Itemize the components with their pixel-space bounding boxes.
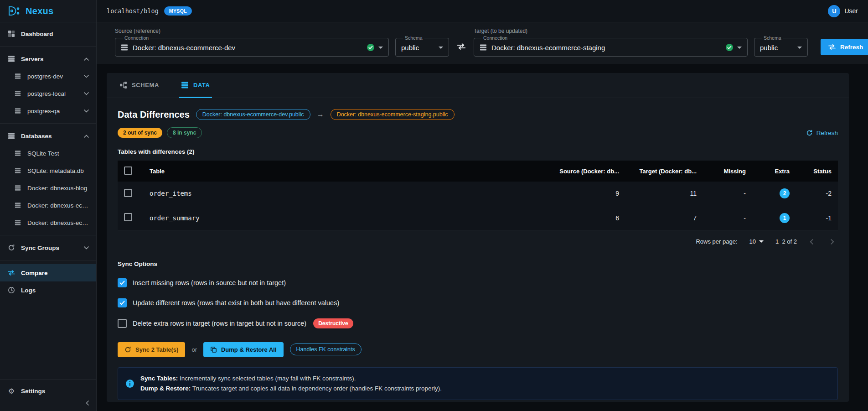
tab-label: SCHEMA <box>132 82 159 88</box>
database-icon <box>14 219 22 226</box>
sidebar-item-label: postgres-qa <box>27 108 78 114</box>
chevron-up-icon <box>84 135 89 138</box>
table-name-cell: order_items <box>143 182 548 206</box>
sidebar-item-postgres-qa[interactable]: postgres-qa <box>0 102 96 120</box>
avatar[interactable]: U <box>828 5 840 17</box>
compare-icon <box>7 270 16 276</box>
dropdown-caret-icon <box>759 240 764 243</box>
source-count-cell: 6 <box>548 206 625 230</box>
collapse-sidebar-button[interactable] <box>85 401 90 405</box>
data-table-icon <box>181 81 189 89</box>
sync-icon <box>124 346 131 353</box>
sidebar-item-servers[interactable]: Servers <box>0 50 96 68</box>
select-all-checkbox[interactable] <box>124 166 132 175</box>
app-name: Nexus <box>26 6 54 16</box>
dropdown-caret-icon <box>378 47 383 49</box>
pagination-range: 1–2 of 2 <box>775 238 797 245</box>
server-icon <box>14 73 22 79</box>
connection-toolbar: Source (reference) Connection Docker: db… <box>97 22 868 64</box>
sidebar-item-postgres-dev[interactable]: postgres-dev <box>0 68 96 85</box>
sidebar-item-sqlite-test[interactable]: SQLite Test <box>0 145 96 162</box>
target-connection-select[interactable]: Connection Docker: dbnexus-ecommerce-sta… <box>474 35 748 57</box>
clock-icon <box>7 286 16 294</box>
insert-missing-checkbox[interactable] <box>118 278 127 287</box>
tab-schema[interactable]: SCHEMA <box>118 73 161 98</box>
db-type-badge: MYSQL <box>164 6 192 16</box>
rows-per-page-select[interactable]: 10 <box>749 238 764 245</box>
info-line-dump-restore: Dump & Restore: Truncates target and cop… <box>140 384 442 394</box>
database-icon <box>14 185 22 191</box>
source-schema-select[interactable]: Schema public <box>395 35 449 57</box>
differences-table: Table Source (Docker: db... Target (Dock… <box>118 161 838 230</box>
dump-restore-button[interactable]: Dump & Restore All <box>203 342 284 357</box>
main-area: localhost/blog MYSQL U User Source (refe… <box>97 0 868 411</box>
info-line-text: Truncates target and copies all data in … <box>191 385 442 392</box>
pagination-bar: Rows per page: 10 1–2 of 2 <box>118 230 838 253</box>
sync-tables-button[interactable]: Sync 2 Table(s) <box>118 342 185 357</box>
connection-legend: Connection <box>123 35 150 41</box>
previous-page-button[interactable] <box>809 240 814 244</box>
info-line-label: Sync Tables: <box>140 375 178 382</box>
refresh-diff-link[interactable]: Refresh <box>806 130 838 136</box>
tables-with-differences-heading: Tables with differences (2) <box>118 148 838 155</box>
database-icon <box>14 167 22 174</box>
sidebar-item-label: Servers <box>21 56 78 62</box>
row-checkbox[interactable] <box>124 213 132 221</box>
gear-icon: ⚙ <box>7 387 16 395</box>
content-area: SCHEMA DATA Data Differences Docker: dbn… <box>97 64 868 411</box>
database-icon <box>14 202 22 208</box>
sidebar-item-label: Docker: dbnexus-ecomm... <box>27 219 89 226</box>
sidebar: Nexus Dashboard Servers postgres-dev <box>0 0 97 411</box>
sidebar-item-dbnexus-ecomm-2[interactable]: Docker: dbnexus-ecomm... <box>0 214 96 231</box>
app-logo[interactable]: Nexus <box>0 0 96 22</box>
sync-option-delete: Delete extra rows in target (rows in tar… <box>118 318 838 328</box>
connection-legend: Connection <box>481 35 509 41</box>
column-header-missing: Missing <box>703 161 752 182</box>
source-schema-value: public <box>401 44 434 52</box>
sidebar-item-settings[interactable]: ⚙ Settings <box>0 382 96 400</box>
sync-option-update: Update different rows (rows that exist i… <box>118 298 838 307</box>
compare-icon <box>828 44 836 50</box>
target-schema-select[interactable]: Schema public <box>754 35 808 57</box>
table-row[interactable]: order_summary 6 7 - 1 -1 <box>118 206 838 230</box>
delete-extra-checkbox[interactable] <box>118 319 127 328</box>
option-label: Insert missing rows (rows in source but … <box>133 279 286 286</box>
sidebar-divider <box>0 260 96 260</box>
page-title: Data Differences <box>118 109 190 120</box>
sidebar-item-label: Docker: dbnexus-blog <box>27 185 89 192</box>
sidebar-divider <box>0 46 96 47</box>
chevron-down-icon <box>84 109 89 113</box>
nexus-logo-icon <box>7 5 21 16</box>
server-icon <box>14 90 22 97</box>
target-schema-value: public <box>760 44 793 52</box>
table-header-row: Table Source (Docker: db... Target (Dock… <box>118 161 838 182</box>
missing-count-cell: - <box>703 206 752 230</box>
top-header: localhost/blog MYSQL U User <box>97 0 868 22</box>
out-of-sync-badge: 2 out of sync <box>118 128 162 138</box>
table-row[interactable]: order_items 9 11 - 2 -2 <box>118 182 838 206</box>
source-group: Source (reference) Connection Docker: db… <box>115 28 449 57</box>
rows-per-page-value: 10 <box>749 238 756 245</box>
update-different-checkbox[interactable] <box>118 298 127 307</box>
sidebar-item-compare[interactable]: Compare <box>0 264 96 281</box>
sidebar-item-dbnexus-ecomm-1[interactable]: Docker: dbnexus-ecomm... <box>0 197 96 214</box>
source-connection-select[interactable]: Connection Docker: dbnexus-ecommerce-dev <box>115 35 389 57</box>
sidebar-item-label: Compare <box>21 270 89 276</box>
app-window: Nexus Dashboard Servers postgres-dev <box>0 0 868 411</box>
sidebar-item-sqlite-metadata[interactable]: SQLite: metadata.db <box>0 162 96 179</box>
sidebar-item-databases[interactable]: Databases <box>0 127 96 145</box>
swap-source-target-button[interactable] <box>455 36 467 57</box>
sidebar-item-label: postgres-local <box>27 90 78 97</box>
next-page-button[interactable] <box>830 240 835 244</box>
refresh-comparison-button[interactable]: Refresh <box>821 39 868 55</box>
sidebar-item-logs[interactable]: Logs <box>0 281 96 299</box>
sidebar-item-label: Docker: dbnexus-ecomm... <box>27 202 89 209</box>
sidebar-item-dashboard[interactable]: Dashboard <box>0 25 96 42</box>
row-checkbox[interactable] <box>124 189 132 197</box>
sidebar-item-dbnexus-blog[interactable]: Docker: dbnexus-blog <box>0 179 96 197</box>
sidebar-item-sync-groups[interactable]: Sync Groups <box>0 239 96 256</box>
sidebar-item-postgres-local[interactable]: postgres-local <box>0 85 96 102</box>
sidebar-item-label: SQLite Test <box>27 150 89 157</box>
chevron-down-icon <box>84 75 89 78</box>
tab-data[interactable]: DATA <box>179 73 212 98</box>
